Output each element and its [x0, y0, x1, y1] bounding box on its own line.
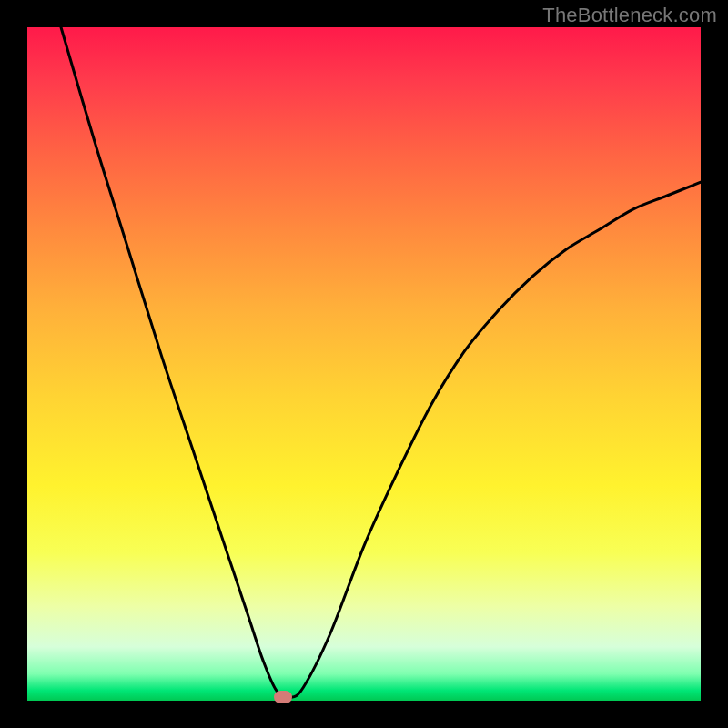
minimum-marker — [274, 691, 292, 703]
watermark-text: TheBottleneck.com — [542, 4, 717, 27]
chart-frame: TheBottleneck.com — [0, 0, 728, 728]
bottleneck-curve — [27, 27, 701, 701]
plot-area — [27, 27, 701, 701]
